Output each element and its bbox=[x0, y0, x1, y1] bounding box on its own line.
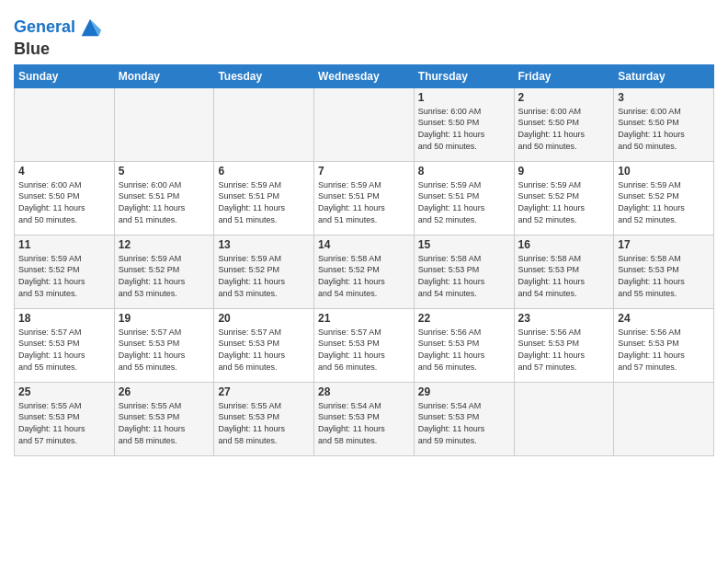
calendar-cell: 28Sunrise: 5:54 AM Sunset: 5:53 PM Dayli… bbox=[314, 382, 415, 455]
day-number: 14 bbox=[318, 238, 410, 251]
day-number: 29 bbox=[418, 385, 510, 398]
calendar-cell: 19Sunrise: 5:57 AM Sunset: 5:53 PM Dayli… bbox=[114, 308, 214, 382]
cell-info: Sunrise: 5:58 AM Sunset: 5:53 PM Dayligh… bbox=[418, 253, 510, 299]
calendar-cell: 2Sunrise: 6:00 AM Sunset: 5:50 PM Daylig… bbox=[514, 87, 614, 161]
logo: GeneralBlue bbox=[14, 15, 103, 59]
day-number: 8 bbox=[418, 165, 510, 178]
cell-info: Sunrise: 5:55 AM Sunset: 5:53 PM Dayligh… bbox=[119, 400, 210, 446]
calendar-cell: 1Sunrise: 6:00 AM Sunset: 5:50 PM Daylig… bbox=[414, 87, 514, 161]
calendar-cell: 20Sunrise: 5:57 AM Sunset: 5:53 PM Dayli… bbox=[214, 308, 314, 382]
calendar-cell: 27Sunrise: 5:55 AM Sunset: 5:53 PM Dayli… bbox=[214, 382, 314, 455]
calendar-cell: 9Sunrise: 5:59 AM Sunset: 5:52 PM Daylig… bbox=[514, 161, 614, 235]
cell-info: Sunrise: 5:59 AM Sunset: 5:52 PM Dayligh… bbox=[518, 179, 610, 225]
calendar-cell: 12Sunrise: 5:59 AM Sunset: 5:52 PM Dayli… bbox=[114, 235, 214, 308]
calendar-cell: 23Sunrise: 5:56 AM Sunset: 5:53 PM Dayli… bbox=[514, 308, 614, 382]
day-number: 7 bbox=[318, 165, 410, 178]
logo-text: GeneralBlue bbox=[14, 15, 103, 59]
calendar-cell: 4Sunrise: 6:00 AM Sunset: 5:50 PM Daylig… bbox=[15, 161, 115, 235]
cell-info: Sunrise: 6:00 AM Sunset: 5:50 PM Dayligh… bbox=[418, 106, 510, 152]
calendar-cell: 8Sunrise: 5:59 AM Sunset: 5:51 PM Daylig… bbox=[414, 161, 514, 235]
header-sunday: Sunday bbox=[15, 64, 115, 87]
calendar-cell: 5Sunrise: 6:00 AM Sunset: 5:51 PM Daylig… bbox=[114, 161, 214, 235]
calendar-cell: 26Sunrise: 5:55 AM Sunset: 5:53 PM Dayli… bbox=[114, 382, 214, 455]
cell-info: Sunrise: 6:00 AM Sunset: 5:50 PM Dayligh… bbox=[518, 106, 610, 152]
calendar-table: SundayMondayTuesdayWednesdayThursdayFrid… bbox=[14, 64, 714, 456]
day-number: 3 bbox=[618, 91, 710, 104]
cell-info: Sunrise: 5:57 AM Sunset: 5:53 PM Dayligh… bbox=[218, 327, 310, 373]
day-number: 4 bbox=[18, 165, 110, 178]
day-number: 23 bbox=[518, 312, 610, 325]
calendar-cell bbox=[114, 87, 214, 161]
day-number: 11 bbox=[18, 238, 110, 251]
header-monday: Monday bbox=[114, 64, 214, 87]
day-number: 6 bbox=[218, 165, 310, 178]
header-friday: Friday bbox=[514, 64, 614, 87]
cell-info: Sunrise: 5:57 AM Sunset: 5:53 PM Dayligh… bbox=[119, 327, 210, 373]
day-number: 26 bbox=[119, 385, 210, 398]
day-number: 19 bbox=[119, 312, 210, 325]
cell-info: Sunrise: 5:59 AM Sunset: 5:52 PM Dayligh… bbox=[218, 253, 310, 299]
day-number: 21 bbox=[318, 312, 410, 325]
cell-info: Sunrise: 5:58 AM Sunset: 5:53 PM Dayligh… bbox=[618, 253, 710, 299]
calendar-cell: 24Sunrise: 5:56 AM Sunset: 5:53 PM Dayli… bbox=[614, 308, 714, 382]
cell-info: Sunrise: 5:59 AM Sunset: 5:52 PM Dayligh… bbox=[18, 253, 110, 299]
day-number: 5 bbox=[119, 165, 210, 178]
cell-info: Sunrise: 5:56 AM Sunset: 5:53 PM Dayligh… bbox=[618, 327, 710, 373]
day-number: 12 bbox=[119, 238, 210, 251]
day-number: 24 bbox=[618, 312, 710, 325]
calendar-cell: 17Sunrise: 5:58 AM Sunset: 5:53 PM Dayli… bbox=[614, 235, 714, 308]
header-wednesday: Wednesday bbox=[314, 64, 415, 87]
calendar-cell: 6Sunrise: 5:59 AM Sunset: 5:51 PM Daylig… bbox=[214, 161, 314, 235]
header: GeneralBlue bbox=[14, 9, 714, 59]
cell-info: Sunrise: 6:00 AM Sunset: 5:51 PM Dayligh… bbox=[119, 179, 210, 225]
cell-info: Sunrise: 5:56 AM Sunset: 5:53 PM Dayligh… bbox=[418, 327, 510, 373]
calendar-cell: 7Sunrise: 5:59 AM Sunset: 5:51 PM Daylig… bbox=[314, 161, 415, 235]
header-saturday: Saturday bbox=[614, 64, 714, 87]
cell-info: Sunrise: 5:59 AM Sunset: 5:52 PM Dayligh… bbox=[618, 179, 710, 225]
cell-info: Sunrise: 5:54 AM Sunset: 5:53 PM Dayligh… bbox=[418, 400, 510, 446]
cell-info: Sunrise: 5:58 AM Sunset: 5:53 PM Dayligh… bbox=[518, 253, 610, 299]
day-number: 22 bbox=[418, 312, 510, 325]
day-number: 17 bbox=[618, 238, 710, 251]
calendar-cell: 18Sunrise: 5:57 AM Sunset: 5:53 PM Dayli… bbox=[15, 308, 115, 382]
cell-info: Sunrise: 6:00 AM Sunset: 5:50 PM Dayligh… bbox=[18, 179, 110, 225]
calendar-cell: 3Sunrise: 6:00 AM Sunset: 5:50 PM Daylig… bbox=[614, 87, 714, 161]
day-number: 28 bbox=[318, 385, 410, 398]
cell-info: Sunrise: 5:57 AM Sunset: 5:53 PM Dayligh… bbox=[18, 327, 110, 373]
calendar-cell: 11Sunrise: 5:59 AM Sunset: 5:52 PM Dayli… bbox=[15, 235, 115, 308]
cell-info: Sunrise: 5:56 AM Sunset: 5:53 PM Dayligh… bbox=[518, 327, 610, 373]
day-number: 20 bbox=[218, 312, 310, 325]
day-number: 18 bbox=[18, 312, 110, 325]
cell-info: Sunrise: 5:59 AM Sunset: 5:51 PM Dayligh… bbox=[418, 179, 510, 225]
cell-info: Sunrise: 5:55 AM Sunset: 5:53 PM Dayligh… bbox=[218, 400, 310, 446]
day-number: 9 bbox=[518, 165, 610, 178]
day-number: 27 bbox=[218, 385, 310, 398]
calendar-cell: 29Sunrise: 5:54 AM Sunset: 5:53 PM Dayli… bbox=[414, 382, 514, 455]
calendar-cell: 22Sunrise: 5:56 AM Sunset: 5:53 PM Dayli… bbox=[414, 308, 514, 382]
header-thursday: Thursday bbox=[414, 64, 514, 87]
cell-info: Sunrise: 5:59 AM Sunset: 5:51 PM Dayligh… bbox=[218, 179, 310, 225]
cell-info: Sunrise: 5:59 AM Sunset: 5:51 PM Dayligh… bbox=[318, 179, 410, 225]
cell-info: Sunrise: 5:59 AM Sunset: 5:52 PM Dayligh… bbox=[119, 253, 210, 299]
calendar-cell bbox=[314, 87, 415, 161]
cell-info: Sunrise: 5:55 AM Sunset: 5:53 PM Dayligh… bbox=[18, 400, 110, 446]
day-number: 25 bbox=[18, 385, 110, 398]
calendar-cell bbox=[214, 87, 314, 161]
day-number: 1 bbox=[418, 91, 510, 104]
calendar-cell: 15Sunrise: 5:58 AM Sunset: 5:53 PM Dayli… bbox=[414, 235, 514, 308]
day-number: 10 bbox=[618, 165, 710, 178]
calendar-cell: 21Sunrise: 5:57 AM Sunset: 5:53 PM Dayli… bbox=[314, 308, 415, 382]
day-number: 16 bbox=[518, 238, 610, 251]
day-number: 2 bbox=[518, 91, 610, 104]
header-tuesday: Tuesday bbox=[214, 64, 314, 87]
calendar-cell: 16Sunrise: 5:58 AM Sunset: 5:53 PM Dayli… bbox=[514, 235, 614, 308]
calendar-cell bbox=[15, 87, 115, 161]
cell-info: Sunrise: 5:54 AM Sunset: 5:53 PM Dayligh… bbox=[318, 400, 410, 446]
cell-info: Sunrise: 5:58 AM Sunset: 5:52 PM Dayligh… bbox=[318, 253, 410, 299]
calendar-cell bbox=[614, 382, 714, 455]
day-number: 13 bbox=[218, 238, 310, 251]
calendar-cell bbox=[514, 382, 614, 455]
calendar-cell: 14Sunrise: 5:58 AM Sunset: 5:52 PM Dayli… bbox=[314, 235, 415, 308]
cell-info: Sunrise: 6:00 AM Sunset: 5:50 PM Dayligh… bbox=[618, 106, 710, 152]
calendar-cell: 10Sunrise: 5:59 AM Sunset: 5:52 PM Dayli… bbox=[614, 161, 714, 235]
